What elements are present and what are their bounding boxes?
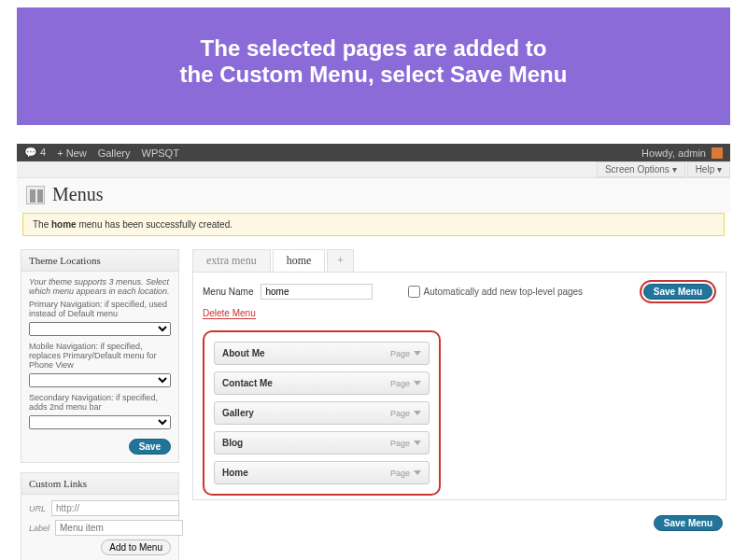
primary-nav-label: Primary Navigation: if specified, used i… [29, 300, 171, 318]
delete-menu-link[interactable]: Delete Menu [203, 308, 256, 319]
wp-admin: 💬 4 + New Gallery WPSQT Howdy, admin Scr… [17, 144, 730, 560]
adminbar-wpsqt[interactable]: WPSQT [142, 147, 179, 159]
menu-item-title: Home [222, 468, 248, 478]
theme-locations-intro: Your theme supports 3 menus. Select whic… [29, 277, 171, 296]
page-header: Menus [17, 178, 730, 213]
menu-item[interactable]: Contact MePage [214, 371, 430, 395]
menu-item[interactable]: BlogPage [214, 431, 430, 455]
custom-links-title: Custom Links [21, 473, 178, 495]
save-menu-button-top[interactable]: Save Menu [643, 284, 712, 300]
menu-edit-panel: Menu Name Automatically add new top-leve… [192, 272, 726, 500]
url-input[interactable] [51, 500, 179, 516]
theme-locations-box: Theme Locations Your theme supports 3 me… [21, 249, 179, 463]
menu-item-type[interactable]: Page [390, 379, 421, 388]
custom-links-box: Custom Links URL Label Add to Menu [21, 472, 179, 560]
menu-item[interactable]: GalleryPage [214, 401, 430, 425]
mobile-nav-label: Mobile Navigation: if specified, replace… [29, 342, 171, 370]
menu-item-title: About Me [222, 348, 265, 358]
instruction-banner: The selected pages are added to the Cust… [17, 7, 730, 125]
url-label: URL [29, 504, 46, 513]
menu-name-input[interactable] [261, 284, 373, 300]
avatar[interactable] [712, 147, 723, 159]
chevron-down-icon [414, 381, 421, 385]
sidebar: Theme Locations Your theme supports 3 me… [21, 249, 179, 560]
menu-item-type[interactable]: Page [390, 469, 421, 478]
primary-nav-select[interactable] [29, 322, 171, 336]
page-title: Menus [52, 184, 103, 205]
save-locations-button[interactable]: Save [129, 439, 171, 455]
banner-line-1: The selected pages are added to [54, 35, 693, 62]
menu-item-type[interactable]: Page [390, 349, 421, 358]
tab-add-menu[interactable]: + [327, 249, 354, 272]
admin-bar: 💬 4 + New Gallery WPSQT Howdy, admin [17, 144, 730, 161]
adminbar-new[interactable]: + New [57, 147, 87, 159]
screen-options-tab[interactable]: Screen Options ▾ [597, 161, 685, 177]
menu-item-type[interactable]: Page [390, 409, 421, 418]
chevron-down-icon [414, 411, 421, 415]
secondary-nav-label: Secondary Navigation: if specified, adds… [29, 393, 171, 412]
add-to-menu-button[interactable]: Add to Menu [101, 539, 171, 555]
auto-add-label: Automatically add new top-level pages [423, 287, 583, 297]
chevron-down-icon [414, 351, 421, 356]
adminbar-howdy[interactable]: Howdy, admin [641, 147, 706, 159]
link-label-label: Label [29, 524, 49, 533]
save-menu-button-bottom[interactable]: Save Menu [654, 515, 723, 531]
secondary-nav-select[interactable] [29, 415, 171, 429]
menu-item[interactable]: About MePage [214, 342, 430, 365]
banner-line-2: the Custom Menu, select Save Menu [54, 62, 693, 88]
menu-name-label: Menu Name [203, 287, 253, 297]
save-menu-highlight: Save Menu [640, 280, 716, 303]
menu-tabs: extra menu home + [192, 249, 726, 272]
menu-content: extra menu home + Menu Name Automaticall… [192, 249, 726, 560]
auto-add-checkbox[interactable] [408, 286, 420, 298]
tab-extra-menu[interactable]: extra menu [192, 249, 271, 272]
menu-item-title: Contact Me [222, 378, 273, 388]
adminbar-gallery[interactable]: Gallery [98, 147, 131, 159]
mobile-nav-select[interactable] [29, 373, 171, 387]
menus-icon [26, 186, 45, 204]
tab-home[interactable]: home [273, 249, 326, 272]
link-label-input[interactable] [55, 520, 183, 536]
menu-item-type[interactable]: Page [390, 439, 421, 448]
menu-item[interactable]: HomePage [214, 461, 430, 484]
theme-locations-title: Theme Locations [21, 250, 178, 272]
chevron-down-icon [414, 470, 421, 475]
menu-items-highlight: About MePage Contact MePage GalleryPage … [203, 330, 441, 496]
help-tab[interactable]: Help ▾ [687, 161, 730, 177]
screen-meta: Screen Options ▾ Help ▾ [17, 161, 730, 178]
adminbar-comments[interactable]: 💬 4 [24, 147, 46, 159]
chevron-down-icon [414, 441, 421, 445]
success-notice: The home menu has been successfully crea… [22, 213, 725, 236]
menu-item-title: Blog [222, 438, 243, 448]
menu-item-title: Gallery [222, 408, 254, 418]
